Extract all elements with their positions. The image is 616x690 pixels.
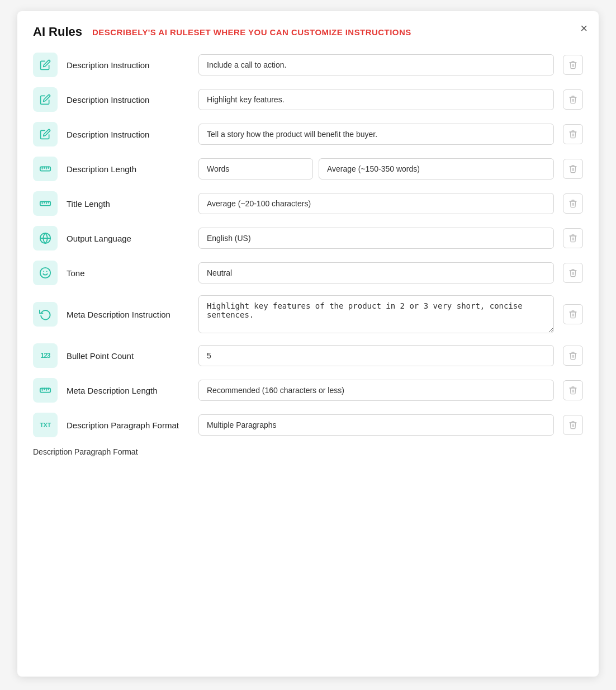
svg-point-12 [40,268,50,278]
rule-row-desc-paragraph-format: TXTDescription Paragraph Format [33,413,583,437]
rule-inputs-desc-instruction-3 [198,124,554,145]
rule-input-desc-instruction-1-0[interactable] [198,54,554,75]
rule-icon-ruler [33,378,58,403]
rule-icon-ruler [33,191,58,216]
rule-icon-globe [33,226,58,251]
rule-icon-pencil [33,53,58,77]
delete-button-output-language[interactable] [563,228,583,248]
rule-input-desc-instruction-3-0[interactable] [198,124,554,145]
rule-row-output-language: Output Language [33,226,583,251]
rule-icon-pencil [33,87,58,112]
delete-button-meta-desc-instruction[interactable] [563,304,583,324]
rule-input-title-length-0[interactable] [198,193,554,214]
rule-inputs-meta-desc-instruction: Highlight key features of the product in… [198,295,554,333]
rule-label-desc-instruction-1: Description Instruction [67,60,189,70]
rule-input-desc-instruction-2-0[interactable] [198,89,554,110]
rule-inputs-desc-instruction-2 [198,89,554,110]
delete-button-meta-desc-length[interactable] [563,380,583,400]
rule-icon-ruler [33,157,58,181]
rule-inputs-tone [198,262,554,283]
rule-label-desc-paragraph-format: Description Paragraph Format [67,420,189,430]
rule-label-meta-desc-instruction: Meta Description Instruction [67,310,189,319]
description-paragraph-format-label: Description Paragraph Format [33,447,583,456]
delete-button-bullet-point-count[interactable] [563,346,583,366]
rule-label-tone: Tone [67,268,189,278]
rule-inputs-desc-length [198,158,554,179]
rule-input-tone-0[interactable] [198,262,554,283]
rule-row-desc-instruction-2: Description Instruction [33,87,583,112]
rule-input-meta-desc-length-0[interactable] [198,380,554,401]
rule-row-bullet-point-count: 123Bullet Point Count [33,343,583,368]
rules-container: Description Instruction Description Inst… [33,53,583,456]
rule-row-desc-instruction-3: Description Instruction [33,122,583,146]
rule-icon-smile [33,261,58,285]
rule-label-desc-instruction-2: Description Instruction [67,95,189,105]
ai-rules-modal: AI Rules DESCRIBELY'S AI RULESET WHERE Y… [17,11,599,677]
modal-header: AI Rules DESCRIBELY'S AI RULESET WHERE Y… [33,25,583,39]
rule-inputs-bullet-point-count [198,345,554,366]
rule-input-bullet-point-count-0[interactable] [198,345,554,366]
rule-row-tone: Tone [33,261,583,285]
rule-icon-pencil [33,122,58,146]
rule-input-desc-paragraph-format-0[interactable] [198,414,554,436]
rule-icon-123: 123 [33,343,58,368]
rule-row-desc-instruction-1: Description Instruction [33,53,583,77]
rule-inputs-title-length [198,193,554,214]
modal-subtitle: DESCRIBELY'S AI RULESET WHERE YOU CAN CU… [92,27,583,37]
rule-inputs-desc-paragraph-format [198,414,554,436]
rule-input-output-language-0[interactable] [198,228,554,249]
delete-button-desc-instruction-1[interactable] [563,55,583,75]
delete-button-desc-length[interactable] [563,159,583,179]
delete-button-desc-paragraph-format[interactable] [563,415,583,435]
rule-icon-txt: TXT [33,413,58,437]
rule-label-bullet-point-count: Bullet Point Count [67,351,189,361]
rule-row-meta-desc-instruction: Meta Description InstructionHighlight ke… [33,295,583,333]
rule-inputs-desc-instruction-1 [198,54,554,75]
rule-label-desc-instruction-3: Description Instruction [67,130,189,139]
rule-label-title-length: Title Length [67,199,189,209]
close-button[interactable]: × [580,22,587,35]
modal-title: AI Rules [33,25,82,39]
delete-button-title-length[interactable] [563,193,583,214]
delete-button-desc-instruction-3[interactable] [563,124,583,144]
delete-button-desc-instruction-2[interactable] [563,89,583,110]
rule-row-desc-length: Description Length [33,157,583,181]
rule-icon-refresh [33,302,58,327]
rule-input-desc-length-1[interactable] [319,158,554,179]
rule-label-output-language: Output Language [67,234,189,243]
rule-row-meta-desc-length: Meta Description Length [33,378,583,403]
rule-inputs-meta-desc-length [198,380,554,401]
rule-textarea-meta-desc-instruction-0[interactable]: Highlight key features of the product in… [198,295,554,333]
rule-row-title-length: Title Length [33,191,583,216]
rule-inputs-output-language [198,228,554,249]
rule-label-meta-desc-length: Meta Description Length [67,386,189,395]
delete-button-tone[interactable] [563,263,583,283]
rule-input-desc-length-0[interactable] [198,158,313,179]
rule-label-desc-length: Description Length [67,164,189,174]
